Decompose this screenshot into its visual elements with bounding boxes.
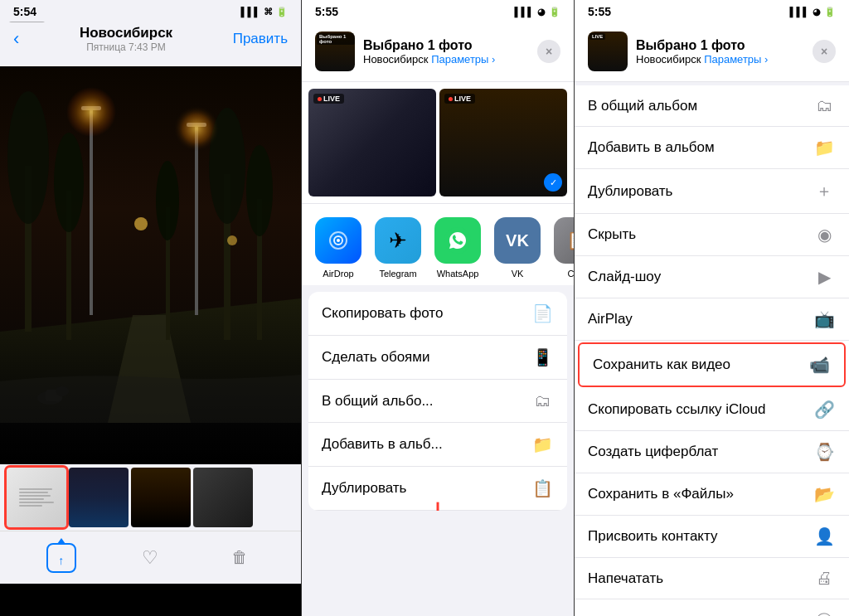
svg-point-16 [173, 105, 220, 152]
close-button-3[interactable]: × [813, 40, 836, 63]
menu-row-0[interactable]: В общий альбом🗂 [575, 85, 849, 127]
menu-list: В общий альбом🗂Добавить в альбом📁Дублиро… [575, 85, 849, 616]
copy-emoji: 📋 [566, 230, 575, 251]
battery-icon-2: 🔋 [549, 7, 560, 17]
menu-row-7[interactable]: Скопировать ссылку iCloud🔗 [575, 389, 849, 431]
screen2: 5:55 ▌▌▌ ◕ 🔋 Выбрано 1 фото Выбрано 1 фо… [301, 0, 575, 616]
menu-row-4[interactable]: Слайд-шоу▶ [575, 256, 849, 298]
thumbnail-3[interactable] [131, 468, 191, 527]
back-button[interactable]: ‹ [13, 28, 19, 50]
close-button-2[interactable]: × [537, 40, 560, 63]
action-copy-photo[interactable]: Скопировать фото 📄 [308, 292, 567, 336]
thumbnail-selected[interactable] [7, 468, 66, 527]
shared-album-label: В общий альбо... [322, 393, 434, 410]
sheet-title-3: Выбрано 1 фото [636, 38, 804, 53]
params-link-3[interactable]: Параметры › [704, 53, 768, 65]
thumbnail-4[interactable] [193, 468, 253, 527]
share-arrow-icon: ↑ [58, 554, 64, 567]
wifi-icon-3: ◕ [813, 7, 821, 17]
menu-row-10[interactable]: Присвоить контакту👤 [575, 516, 849, 558]
wallpaper-icon: 📱 [531, 347, 554, 367]
sheet-subtitle-2: Новосибирск Параметры › [363, 53, 529, 65]
svg-point-2 [7, 91, 49, 224]
telegram-label: Telegram [379, 269, 416, 279]
menu-row-3[interactable]: Скрыть◉ [575, 214, 849, 256]
menu-label-2: Дублировать [588, 183, 672, 200]
airdrop-label: AirDrop [323, 269, 353, 279]
menu-row-8[interactable]: Создать циферблат⌚ [575, 431, 849, 473]
menu-icon-12: Ⓐ [813, 610, 836, 616]
edit-button[interactable]: Править [233, 31, 288, 47]
app-item-airdrop[interactable]: AirDrop [308, 217, 368, 279]
location-text: Новосибирск [363, 53, 429, 65]
telegram-icon: ✈ [375, 217, 421, 264]
vk-icon: VK [494, 217, 541, 264]
params-link[interactable]: Параметры › [431, 53, 495, 65]
menu-row-5[interactable]: AirPlay📺 [575, 298, 849, 341]
duplicate-icon: 📋 [531, 478, 554, 498]
sheet-info: Выбрано 1 фото Новосибирск Параметры › [363, 38, 529, 65]
sheet-photo-1[interactable]: LIVE [308, 89, 436, 196]
sheet-photos: LIVE LIVE ✓ [302, 82, 574, 203]
share-button[interactable]: ↑ [43, 540, 80, 576]
sheet-thumbnail: Выбрано 1 фото [315, 32, 355, 71]
status-bar-3: 5:55 ▌▌▌ ◕ 🔋 [575, 0, 849, 22]
sheet-live-badge-3: LIVE [589, 33, 605, 40]
nav-title-block: Новосибирск Пятница 7:43 PM [80, 25, 172, 53]
duplicate-label: Дублировать [322, 480, 406, 497]
action-shared-album[interactable]: В общий альбо... 🗂 [308, 380, 567, 423]
app-item-vk[interactable]: VK VK [488, 217, 547, 279]
menu-icon-6: 📹 [808, 355, 831, 375]
menu-row-12[interactable]: AnnotableⒶ [575, 599, 849, 616]
action-wallpaper[interactable]: Сделать обоями 📱 [308, 336, 567, 380]
menu-row-9[interactable]: Сохранить в «Файлы»📂 [575, 473, 849, 516]
time-1: 5:54 [13, 5, 36, 18]
signal-icon: ▌▌▌ [241, 7, 260, 17]
menu-icon-10: 👤 [813, 526, 836, 546]
menu-label-8: Создать циферблат [588, 444, 718, 460]
svg-point-13 [66, 87, 116, 137]
wifi-icon-2: ◕ [537, 7, 546, 17]
nav-subtitle: Пятница 7:43 PM [80, 41, 172, 53]
menu-label-6: Сохранить как видео [593, 357, 730, 373]
status-bar-1: 5:54 ▌▌▌ ⌘ 🔋 [0, 0, 301, 22]
red-down-arrow-icon: ↓ [424, 486, 453, 511]
wifi-icon: ⌘ [264, 7, 273, 17]
main-photo[interactable] [0, 66, 301, 464]
heart-button[interactable]: ♡ [132, 540, 168, 576]
battery-icon: 🔋 [276, 7, 288, 17]
menu-row-6[interactable]: Сохранить как видео📹 [578, 342, 846, 387]
thumbnail-2[interactable] [69, 468, 129, 527]
sheet-info-3: Выбрано 1 фото Новосибирск Параметры › [636, 38, 804, 65]
app-item-copy[interactable]: 📋 Co... [547, 217, 574, 279]
bottom-toolbar: ↑ ♡ 🗑 [0, 531, 301, 584]
menu-row-2[interactable]: Дублировать＋ [575, 169, 849, 214]
copy-photo-label: Скопировать фото [322, 305, 443, 322]
menu-label-1: Добавить в альбом [588, 139, 715, 156]
app-item-whatsapp[interactable]: WhatsApp [428, 217, 488, 279]
add-album-label: Добавить в альб... [322, 436, 443, 453]
park-svg [0, 66, 301, 423]
sheet-photo-2[interactable]: LIVE ✓ [439, 89, 567, 196]
menu-icon-3: ◉ [813, 225, 836, 245]
thumbnail-strip [0, 464, 301, 531]
menu-icon-0: 🗂 [813, 96, 836, 115]
menu-label-4: Слайд-шоу [588, 269, 661, 285]
whatsapp-icon [434, 217, 481, 264]
trash-button[interactable]: 🗑 [221, 540, 258, 576]
menu-label-11: Напечатать [588, 570, 663, 587]
time-2: 5:55 [315, 5, 338, 18]
menu-row-1[interactable]: Добавить в альбом📁 [575, 127, 849, 169]
action-add-album[interactable]: Добавить в альб... 📁 [308, 423, 567, 467]
app-item-telegram[interactable]: ✈ Telegram [368, 217, 428, 279]
location-text-3: Новосибирск [636, 53, 701, 65]
sheet-thumbnail-3: LIVE [588, 32, 628, 71]
svg-point-24 [337, 239, 340, 242]
status-icons-1: ▌▌▌ ⌘ 🔋 [241, 7, 288, 17]
menu-label-10: Присвоить контакту [588, 528, 717, 545]
menu-row-11[interactable]: Напечатать🖨 [575, 558, 849, 599]
telegram-emoji: ✈ [389, 228, 407, 254]
svg-point-10 [156, 161, 179, 240]
sheet-header-2: Выбрано 1 фото Выбрано 1 фото Новосибирс… [302, 22, 574, 82]
svg-point-4 [54, 133, 84, 232]
